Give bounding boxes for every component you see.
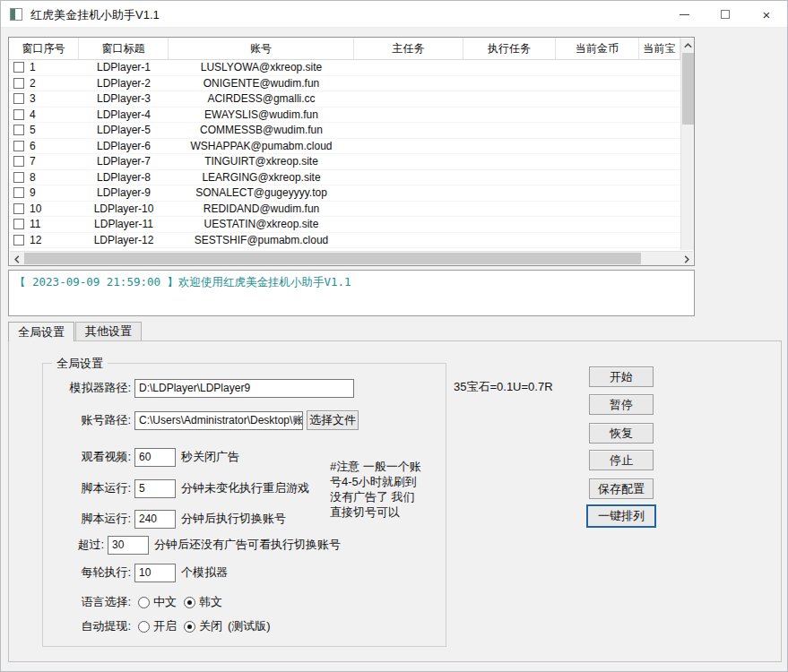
- row-window-title: LDPlayer-8: [79, 170, 169, 185]
- row-window-title: LDPlayer-10: [79, 202, 169, 217]
- table-row: 5LDPlayer-5COMMESSB@wudim.fun: [9, 123, 680, 139]
- auto-withdraw-option-on[interactable]: 开启: [138, 618, 177, 634]
- row-checkbox[interactable]: [13, 141, 24, 151]
- scroll-up-icon[interactable]: [681, 39, 695, 52]
- radio-unselected-icon: [138, 597, 150, 608]
- row-window-title: LDPlayer-9: [79, 185, 169, 201]
- timeout-switch-input[interactable]: 30: [108, 536, 149, 555]
- row-checkbox[interactable]: [13, 219, 24, 229]
- row-number: 7: [30, 155, 36, 168]
- table-row: 9LDPlayer-9SONALECT@gugeyyyy.top: [9, 185, 680, 202]
- global-settings-group: 全局设置 模拟器路径: D:\LDPlayer\LDPlayer9 账号路径: …: [42, 363, 446, 647]
- radio-unselected-icon: [138, 621, 150, 633]
- script-switch-input[interactable]: 240: [134, 510, 176, 529]
- table-body: 1LDPlayer-1LUSLYOWA@xkreop.site2LDPlayer…: [9, 60, 680, 250]
- choose-file-button[interactable]: 选择文件: [307, 410, 359, 430]
- instance-table: 窗口序号 窗口标题 账号 主任务 执行任务 当前金币 当前宝 1LDPlayer…: [8, 37, 695, 266]
- save-config-button[interactable]: 保存配置: [589, 478, 654, 499]
- row-window-title: LDPlayer-2: [79, 76, 169, 91]
- start-button[interactable]: 开始: [589, 366, 654, 387]
- table-row: 3LDPlayer-3ACIRDESS@gmalli.cc: [9, 91, 680, 108]
- row-window-title: LDPlayer-6: [79, 139, 169, 154]
- script-restart-suffix: 分钟未变化执行重启游戏: [181, 480, 309, 496]
- maximize-button[interactable]: [705, 1, 746, 28]
- horizontal-scrollbar-thumb[interactable]: [24, 253, 641, 264]
- row-checkbox[interactable]: [13, 78, 24, 89]
- watch-video-suffix: 秒关闭广告: [181, 449, 239, 465]
- vertical-scrollbar[interactable]: [680, 39, 694, 250]
- timeout-switch-label: 超过:: [48, 537, 104, 553]
- auto-withdraw-note: (测试版): [228, 618, 271, 634]
- row-number: 4: [30, 108, 36, 121]
- account-path-input[interactable]: C:\Users\Administrator\Desktop\账号1.: [134, 411, 303, 430]
- emulator-path-input[interactable]: D:\LDPlayer\LDPlayer9: [134, 379, 354, 398]
- minimize-button[interactable]: [663, 1, 705, 28]
- settings-tabs: 全局设置 其他设置: [8, 322, 143, 341]
- titlebar: 红虎美金挂机小助手V1.1 ×: [1, 1, 787, 28]
- tab-global-settings[interactable]: 全局设置: [8, 322, 74, 341]
- app-icon: [10, 8, 22, 21]
- auto-withdraw-label: 自动提现:: [48, 618, 131, 634]
- table-row: 7LDPlayer-7TINGUIRT@xkreop.site: [9, 154, 680, 170]
- one-key-arrange-button[interactable]: 一键排列: [586, 504, 656, 528]
- row-number: 1: [30, 61, 36, 73]
- side-note-text: #注意 一般一个账号4-5小时就刷到没有广告了 我们直接切号可以: [330, 459, 421, 520]
- scroll-right-icon[interactable]: [680, 252, 693, 266]
- row-checkbox[interactable]: [13, 93, 24, 104]
- global-settings-page: 全局设置 模拟器路径: D:\LDPlayer\LDPlayer9 账号路径: …: [8, 340, 782, 662]
- log-message: 【 2023-09-09 21:59:00 】欢迎使用红虎美金挂机小助手V1.1: [14, 275, 688, 290]
- radio-selected-icon: [184, 621, 195, 633]
- table-row: 8LDPlayer-8LEARGING@xkreop.site: [9, 170, 680, 186]
- emulator-path-label: 模拟器路径:: [48, 380, 131, 396]
- row-checkbox[interactable]: [13, 156, 24, 167]
- vertical-scrollbar-thumb[interactable]: [682, 53, 694, 125]
- auto-withdraw-option-off[interactable]: 关闭: [184, 618, 222, 634]
- row-checkbox[interactable]: [13, 203, 24, 214]
- resume-button[interactable]: 恢复: [589, 423, 654, 444]
- col-current-gem[interactable]: 当前宝: [639, 38, 680, 59]
- close-button[interactable]: ×: [746, 1, 787, 28]
- log-panel[interactable]: 【 2023-09-09 21:59:00 】欢迎使用红虎美金挂机小助手V1.1: [8, 270, 695, 316]
- table-row: 1LDPlayer-1LUSLYOWA@xkreop.site: [9, 60, 680, 76]
- col-account[interactable]: 账号: [169, 38, 354, 59]
- maximize-icon: [721, 10, 730, 19]
- row-account: TINGUIRT@xkreop.site: [169, 154, 354, 169]
- row-checkbox[interactable]: [13, 62, 24, 73]
- table-row: 11LDPlayer-11UESTATIN@xkreop.site: [9, 217, 680, 233]
- language-option-korean[interactable]: 韩文: [184, 594, 222, 610]
- window-title: 红虎美金挂机小助手V1.1: [30, 7, 160, 23]
- row-number: 11: [30, 218, 40, 230]
- table-header: 窗口序号 窗口标题 账号 主任务 执行任务 当前金币 当前宝: [9, 38, 694, 60]
- horizontal-scrollbar[interactable]: [10, 251, 693, 265]
- row-account: WSHAPPAK@pumabm.cloud: [169, 139, 354, 154]
- table-row: 4LDPlayer-4EWAYSLIS@wudim.fun: [9, 108, 680, 124]
- language-option-chinese[interactable]: 中文: [138, 594, 177, 610]
- row-checkbox[interactable]: [13, 125, 24, 135]
- row-account: REDIDAND@wudim.fun: [169, 202, 354, 217]
- row-checkbox[interactable]: [13, 235, 24, 246]
- col-current-gold[interactable]: 当前金币: [556, 38, 639, 59]
- script-restart-input[interactable]: 5: [134, 479, 176, 498]
- watch-video-label: 观看视频:: [48, 449, 131, 465]
- watch-video-input[interactable]: 60: [134, 448, 176, 467]
- row-account: UESTATIN@xkreop.site: [169, 217, 354, 232]
- col-window-index[interactable]: 窗口序号: [9, 38, 79, 59]
- row-number: 6: [30, 140, 36, 152]
- row-window-title: LDPlayer-12: [79, 233, 169, 248]
- script-switch-label: 脚本运行:: [48, 511, 131, 527]
- row-checkbox[interactable]: [13, 187, 24, 198]
- tab-other-settings[interactable]: 其他设置: [75, 322, 142, 340]
- table-row: 10LDPlayer-10REDIDAND@wudim.fun: [9, 202, 680, 218]
- scroll-left-icon[interactable]: [10, 252, 23, 266]
- gem-rate-text: 35宝石=0.1U=0.7R: [454, 379, 553, 395]
- timeout-switch-suffix: 分钟后还没有广告可看执行切换账号: [154, 537, 341, 553]
- row-checkbox[interactable]: [13, 172, 24, 183]
- stop-button[interactable]: 停止: [589, 450, 654, 470]
- col-main-task[interactable]: 主任务: [354, 38, 463, 59]
- per-round-input[interactable]: 10: [134, 564, 176, 582]
- row-checkbox[interactable]: [13, 109, 24, 120]
- col-window-title[interactable]: 窗口标题: [79, 38, 169, 59]
- col-exec-task[interactable]: 执行任务: [463, 38, 556, 59]
- pause-button[interactable]: 暂停: [589, 394, 654, 415]
- table-row: 2LDPlayer-2ONIGENTE@wudim.fun: [9, 76, 680, 92]
